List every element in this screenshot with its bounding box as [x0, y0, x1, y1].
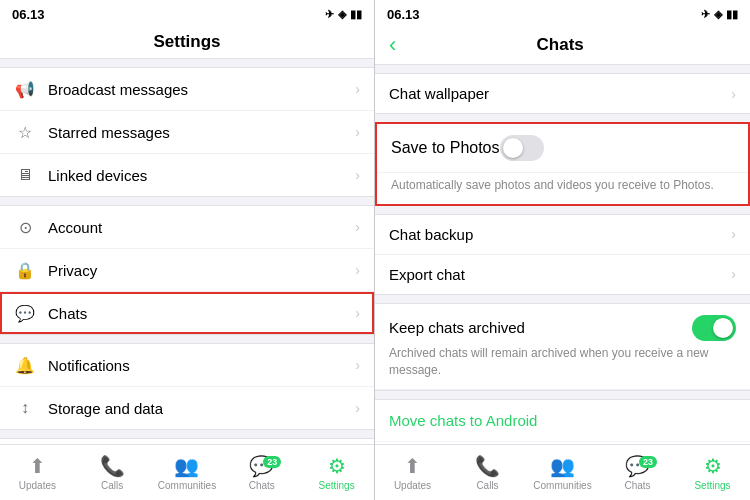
chevron-icon: ›	[355, 305, 360, 321]
tab-communities[interactable]: 👥 Communities	[150, 454, 225, 491]
left-tab-bar: ⬆ Updates 📞 Calls 👥 Communities 💬 23 Cha…	[0, 444, 374, 500]
left-scroll[interactable]: 📢 Broadcast messages › ☆ Starred message…	[0, 59, 374, 444]
chevron-icon: ›	[731, 266, 736, 282]
export-chat-label: Export chat	[389, 266, 731, 283]
move-transfer-section: Move chats to Android Transfer chats to …	[375, 399, 750, 444]
right-tab-chats[interactable]: 💬 23 Chats	[600, 454, 675, 491]
communities-icon-right: 👥	[550, 454, 575, 478]
back-button[interactable]: ‹	[389, 32, 396, 58]
storage-icon: ↕	[14, 397, 36, 419]
chevron-icon: ›	[355, 400, 360, 416]
chat-backup-item[interactable]: Chat backup ›	[375, 215, 750, 255]
tab-calls[interactable]: 📞 Calls	[75, 454, 150, 491]
chats-item[interactable]: 💬 Chats ›	[0, 292, 374, 334]
export-chat-item[interactable]: Export chat ›	[375, 255, 750, 294]
help-item[interactable]: ❓ Help ›	[0, 439, 374, 444]
chat-wallpaper-label: Chat wallpaper	[389, 85, 731, 102]
devices-icon: 🖥	[14, 164, 36, 186]
chats-page-title: Chats	[404, 35, 716, 55]
settings-group-1: 📢 Broadcast messages › ☆ Starred message…	[0, 67, 374, 197]
right-status-icons: ✈ ◈ ▮▮	[701, 8, 738, 21]
chevron-icon: ›	[731, 86, 736, 102]
linked-label: Linked devices	[48, 167, 355, 184]
privacy-label: Privacy	[48, 262, 355, 279]
broadcast-icon: 📢	[14, 78, 36, 100]
communities-icon: 👥	[174, 454, 199, 478]
updates-label-right: Updates	[394, 480, 431, 491]
communities-label-right: Communities	[533, 480, 591, 491]
chevron-icon: ›	[731, 226, 736, 242]
notifications-icon: 🔔	[14, 354, 36, 376]
right-tab-settings[interactable]: ⚙ Settings	[675, 454, 750, 491]
right-tab-communities[interactable]: 👥 Communities	[525, 454, 600, 491]
keep-archived-row: Keep chats archived	[389, 315, 736, 341]
keep-archived-label: Keep chats archived	[389, 319, 692, 336]
settings-title: Settings	[0, 28, 374, 59]
left-time: 06.13	[12, 7, 45, 22]
chevron-icon: ›	[355, 262, 360, 278]
right-chats-badge: 23	[639, 456, 657, 468]
save-photos-label: Save to Photos	[391, 139, 500, 157]
calls-label-right: Calls	[476, 480, 498, 491]
storage-item[interactable]: ↕ Storage and data ›	[0, 387, 374, 429]
communities-label: Communities	[158, 480, 216, 491]
privacy-item[interactable]: 🔒 Privacy ›	[0, 249, 374, 292]
tab-chats[interactable]: 💬 23 Chats	[224, 454, 299, 491]
updates-icon: ⬆	[29, 454, 46, 478]
chat-backup-label: Chat backup	[389, 226, 731, 243]
starred-messages-item[interactable]: ☆ Starred messages ›	[0, 111, 374, 154]
right-status-bar: 06.13 ✈ ◈ ▮▮	[375, 0, 750, 28]
battery-icon: ▮▮	[350, 8, 362, 21]
settings-tab-label: Settings	[319, 480, 355, 491]
right-tab-updates[interactable]: ⬆ Updates	[375, 454, 450, 491]
right-panel: 06.13 ✈ ◈ ▮▮ ‹ Chats Chat wallpaper › Sa…	[375, 0, 750, 500]
broadcast-messages-item[interactable]: 📢 Broadcast messages ›	[0, 68, 374, 111]
right-tab-calls[interactable]: 📞 Calls	[450, 454, 525, 491]
wifi-icon-right: ◈	[714, 8, 722, 21]
calls-icon-right: 📞	[475, 454, 500, 478]
star-icon: ☆	[14, 121, 36, 143]
chat-wallpaper-item[interactable]: Chat wallpaper ›	[375, 74, 750, 113]
settings-group-4: ❓ Help › 👥 Invite a friend ›	[0, 438, 374, 444]
keep-archived-section: Keep chats archived Archived chats will …	[375, 303, 750, 392]
save-photos-toggle[interactable]	[500, 135, 544, 161]
chats-label: Chats	[48, 305, 355, 322]
account-label: Account	[48, 219, 355, 236]
notifications-label: Notifications	[48, 357, 355, 374]
tab-updates[interactable]: ⬆ Updates	[0, 454, 75, 491]
updates-icon-right: ⬆	[404, 454, 421, 478]
tab-settings[interactable]: ⚙ Settings	[299, 454, 374, 491]
keep-archived-description: Archived chats will remain archived when…	[389, 345, 736, 379]
chevron-icon: ›	[355, 124, 360, 140]
chevron-icon: ›	[355, 81, 360, 97]
settings-group-3: 🔔 Notifications › ↕ Storage and data ›	[0, 343, 374, 430]
right-scroll[interactable]: Chat wallpaper › Save to Photos Automati…	[375, 65, 750, 444]
keep-archived-toggle[interactable]	[692, 315, 736, 341]
chat-wallpaper-section: Chat wallpaper ›	[375, 73, 750, 114]
save-photos-description: Automatically save photos and videos you…	[377, 173, 748, 204]
settings-tab-icon: ⚙	[328, 454, 346, 478]
save-photos-item[interactable]: Save to Photos	[377, 124, 748, 173]
storage-label: Storage and data	[48, 400, 355, 417]
save-photos-section: Save to Photos Automatically save photos…	[375, 122, 750, 206]
battery-icon-right: ▮▮	[726, 8, 738, 21]
move-chats-android-link[interactable]: Move chats to Android	[375, 400, 750, 441]
backup-section: Chat backup › Export chat ›	[375, 214, 750, 295]
chevron-icon: ›	[355, 357, 360, 373]
left-status-bar: 06.13 ✈ ◈ ▮▮	[0, 0, 374, 28]
chats-label-right: Chats	[624, 480, 650, 491]
left-panel: 06.13 ✈ ◈ ▮▮ Settings 📢 Broadcast messag…	[0, 0, 375, 500]
chats-tab-label: Chats	[249, 480, 275, 491]
airplane-icon-right: ✈	[701, 8, 710, 21]
linked-devices-item[interactable]: 🖥 Linked devices ›	[0, 154, 374, 196]
settings-label-right: Settings	[694, 480, 730, 491]
account-item[interactable]: ⊙ Account ›	[0, 206, 374, 249]
settings-icon-right: ⚙	[704, 454, 722, 478]
settings-title-text: Settings	[153, 32, 220, 51]
keep-archived-item[interactable]: Keep chats archived Archived chats will …	[375, 304, 750, 391]
notifications-item[interactable]: 🔔 Notifications ›	[0, 344, 374, 387]
chevron-icon: ›	[355, 167, 360, 183]
privacy-icon: 🔒	[14, 259, 36, 281]
chats-icon: 💬	[14, 302, 36, 324]
chevron-icon: ›	[355, 219, 360, 235]
